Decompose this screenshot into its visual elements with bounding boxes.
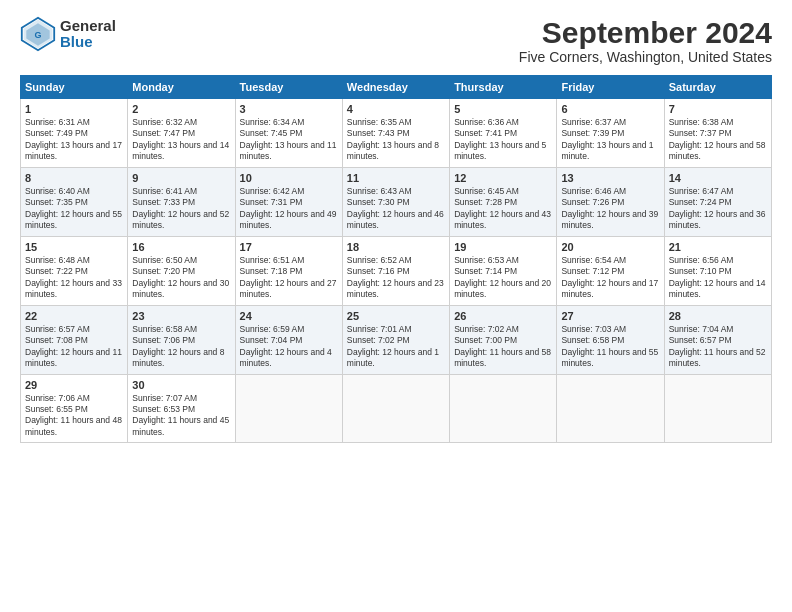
cell-info: Sunrise: 7:07 AMSunset: 6:53 PMDaylight:… xyxy=(132,393,230,439)
day-number: 6 xyxy=(561,103,659,115)
cell-info: Sunrise: 6:57 AMSunset: 7:08 PMDaylight:… xyxy=(25,324,123,370)
calendar-cell: 17Sunrise: 6:51 AMSunset: 7:18 PMDayligh… xyxy=(235,236,342,305)
day-number: 22 xyxy=(25,310,123,322)
day-number: 28 xyxy=(669,310,767,322)
calendar-cell xyxy=(557,374,664,443)
weekday-thursday: Thursday xyxy=(450,76,557,99)
day-number: 12 xyxy=(454,172,552,184)
calendar-cell: 4Sunrise: 6:35 AMSunset: 7:43 PMDaylight… xyxy=(342,99,449,168)
day-number: 13 xyxy=(561,172,659,184)
day-number: 26 xyxy=(454,310,552,322)
day-number: 24 xyxy=(240,310,338,322)
logo-text: General Blue xyxy=(60,18,116,51)
cell-info: Sunrise: 7:04 AMSunset: 6:57 PMDaylight:… xyxy=(669,324,767,370)
day-number: 30 xyxy=(132,379,230,391)
logo-icon: G xyxy=(20,16,56,52)
calendar-cell xyxy=(450,374,557,443)
cell-info: Sunrise: 6:48 AMSunset: 7:22 PMDaylight:… xyxy=(25,255,123,301)
cell-info: Sunrise: 6:51 AMSunset: 7:18 PMDaylight:… xyxy=(240,255,338,301)
day-number: 18 xyxy=(347,241,445,253)
calendar-cell: 5Sunrise: 6:36 AMSunset: 7:41 PMDaylight… xyxy=(450,99,557,168)
calendar-cell xyxy=(235,374,342,443)
weekday-friday: Friday xyxy=(557,76,664,99)
calendar-cell: 26Sunrise: 7:02 AMSunset: 7:00 PMDayligh… xyxy=(450,305,557,374)
calendar-cell: 27Sunrise: 7:03 AMSunset: 6:58 PMDayligh… xyxy=(557,305,664,374)
cell-info: Sunrise: 7:06 AMSunset: 6:55 PMDaylight:… xyxy=(25,393,123,439)
cell-info: Sunrise: 6:54 AMSunset: 7:12 PMDaylight:… xyxy=(561,255,659,301)
cell-info: Sunrise: 6:41 AMSunset: 7:33 PMDaylight:… xyxy=(132,186,230,232)
calendar-cell xyxy=(342,374,449,443)
page: G General Blue September 2024 Five Corne… xyxy=(0,0,792,612)
day-number: 4 xyxy=(347,103,445,115)
calendar-subtitle: Five Corners, Washington, United States xyxy=(519,49,772,65)
calendar-week-1: 8Sunrise: 6:40 AMSunset: 7:35 PMDaylight… xyxy=(21,167,772,236)
calendar-cell: 29Sunrise: 7:06 AMSunset: 6:55 PMDayligh… xyxy=(21,374,128,443)
calendar-cell: 2Sunrise: 6:32 AMSunset: 7:47 PMDaylight… xyxy=(128,99,235,168)
calendar-week-3: 22Sunrise: 6:57 AMSunset: 7:08 PMDayligh… xyxy=(21,305,772,374)
calendar-cell: 3Sunrise: 6:34 AMSunset: 7:45 PMDaylight… xyxy=(235,99,342,168)
day-number: 10 xyxy=(240,172,338,184)
weekday-tuesday: Tuesday xyxy=(235,76,342,99)
day-number: 5 xyxy=(454,103,552,115)
calendar-cell: 16Sunrise: 6:50 AMSunset: 7:20 PMDayligh… xyxy=(128,236,235,305)
calendar-week-0: 1Sunrise: 6:31 AMSunset: 7:49 PMDaylight… xyxy=(21,99,772,168)
cell-info: Sunrise: 6:36 AMSunset: 7:41 PMDaylight:… xyxy=(454,117,552,163)
day-number: 16 xyxy=(132,241,230,253)
calendar-week-2: 15Sunrise: 6:48 AMSunset: 7:22 PMDayligh… xyxy=(21,236,772,305)
cell-info: Sunrise: 7:02 AMSunset: 7:00 PMDaylight:… xyxy=(454,324,552,370)
calendar-cell: 9Sunrise: 6:41 AMSunset: 7:33 PMDaylight… xyxy=(128,167,235,236)
svg-text:G: G xyxy=(34,30,41,40)
day-number: 9 xyxy=(132,172,230,184)
cell-info: Sunrise: 6:42 AMSunset: 7:31 PMDaylight:… xyxy=(240,186,338,232)
calendar-cell: 12Sunrise: 6:45 AMSunset: 7:28 PMDayligh… xyxy=(450,167,557,236)
day-number: 15 xyxy=(25,241,123,253)
cell-info: Sunrise: 6:59 AMSunset: 7:04 PMDaylight:… xyxy=(240,324,338,370)
weekday-monday: Monday xyxy=(128,76,235,99)
logo-blue-text: Blue xyxy=(60,34,116,51)
calendar-cell: 7Sunrise: 6:38 AMSunset: 7:37 PMDaylight… xyxy=(664,99,771,168)
calendar-cell: 18Sunrise: 6:52 AMSunset: 7:16 PMDayligh… xyxy=(342,236,449,305)
weekday-wednesday: Wednesday xyxy=(342,76,449,99)
day-number: 20 xyxy=(561,241,659,253)
cell-info: Sunrise: 6:58 AMSunset: 7:06 PMDaylight:… xyxy=(132,324,230,370)
calendar-week-4: 29Sunrise: 7:06 AMSunset: 6:55 PMDayligh… xyxy=(21,374,772,443)
cell-info: Sunrise: 6:40 AMSunset: 7:35 PMDaylight:… xyxy=(25,186,123,232)
cell-info: Sunrise: 6:50 AMSunset: 7:20 PMDaylight:… xyxy=(132,255,230,301)
weekday-header-row: SundayMondayTuesdayWednesdayThursdayFrid… xyxy=(21,76,772,99)
calendar-body: 1Sunrise: 6:31 AMSunset: 7:49 PMDaylight… xyxy=(21,99,772,443)
cell-info: Sunrise: 6:32 AMSunset: 7:47 PMDaylight:… xyxy=(132,117,230,163)
cell-info: Sunrise: 6:47 AMSunset: 7:24 PMDaylight:… xyxy=(669,186,767,232)
calendar-cell: 11Sunrise: 6:43 AMSunset: 7:30 PMDayligh… xyxy=(342,167,449,236)
day-number: 8 xyxy=(25,172,123,184)
day-number: 3 xyxy=(240,103,338,115)
calendar-cell: 28Sunrise: 7:04 AMSunset: 6:57 PMDayligh… xyxy=(664,305,771,374)
cell-info: Sunrise: 6:31 AMSunset: 7:49 PMDaylight:… xyxy=(25,117,123,163)
calendar-cell: 30Sunrise: 7:07 AMSunset: 6:53 PMDayligh… xyxy=(128,374,235,443)
calendar-cell: 25Sunrise: 7:01 AMSunset: 7:02 PMDayligh… xyxy=(342,305,449,374)
calendar-cell: 6Sunrise: 6:37 AMSunset: 7:39 PMDaylight… xyxy=(557,99,664,168)
calendar-cell: 23Sunrise: 6:58 AMSunset: 7:06 PMDayligh… xyxy=(128,305,235,374)
calendar-table: SundayMondayTuesdayWednesdayThursdayFrid… xyxy=(20,75,772,443)
logo-general-text: General xyxy=(60,18,116,35)
weekday-saturday: Saturday xyxy=(664,76,771,99)
day-number: 29 xyxy=(25,379,123,391)
cell-info: Sunrise: 6:35 AMSunset: 7:43 PMDaylight:… xyxy=(347,117,445,163)
calendar-cell: 21Sunrise: 6:56 AMSunset: 7:10 PMDayligh… xyxy=(664,236,771,305)
day-number: 7 xyxy=(669,103,767,115)
day-number: 17 xyxy=(240,241,338,253)
cell-info: Sunrise: 6:46 AMSunset: 7:26 PMDaylight:… xyxy=(561,186,659,232)
calendar-header: SundayMondayTuesdayWednesdayThursdayFrid… xyxy=(21,76,772,99)
calendar-cell: 14Sunrise: 6:47 AMSunset: 7:24 PMDayligh… xyxy=(664,167,771,236)
title-block: September 2024 Five Corners, Washington,… xyxy=(519,16,772,65)
cell-info: Sunrise: 6:38 AMSunset: 7:37 PMDaylight:… xyxy=(669,117,767,163)
header: G General Blue September 2024 Five Corne… xyxy=(20,16,772,65)
calendar-title: September 2024 xyxy=(519,16,772,49)
cell-info: Sunrise: 6:45 AMSunset: 7:28 PMDaylight:… xyxy=(454,186,552,232)
calendar-cell: 15Sunrise: 6:48 AMSunset: 7:22 PMDayligh… xyxy=(21,236,128,305)
day-number: 27 xyxy=(561,310,659,322)
day-number: 1 xyxy=(25,103,123,115)
day-number: 21 xyxy=(669,241,767,253)
cell-info: Sunrise: 6:43 AMSunset: 7:30 PMDaylight:… xyxy=(347,186,445,232)
day-number: 2 xyxy=(132,103,230,115)
calendar-cell: 10Sunrise: 6:42 AMSunset: 7:31 PMDayligh… xyxy=(235,167,342,236)
